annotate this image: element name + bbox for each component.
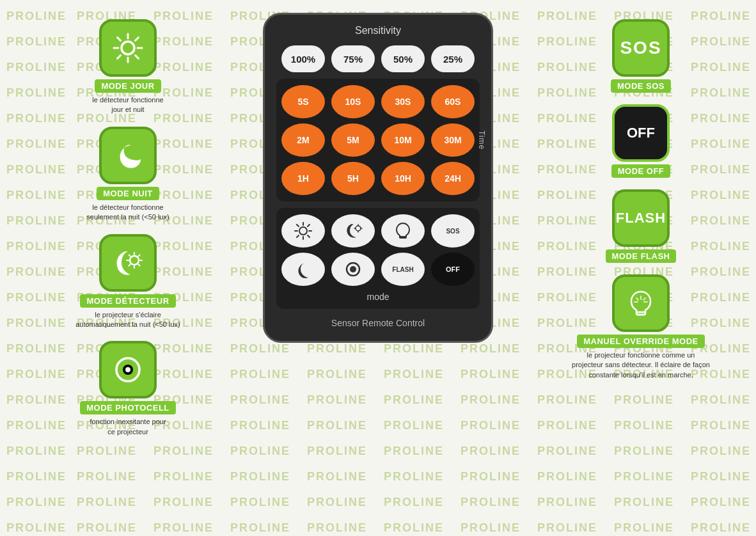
svg-line-15 bbox=[138, 264, 139, 265]
mode-jour-label: MODE JOUR bbox=[95, 79, 161, 93]
mode-nuit-item: MODE NUIT le détecteur fonctionneseuleme… bbox=[51, 127, 205, 223]
mode-sos-label: MODE SOS bbox=[611, 79, 671, 93]
svg-point-28 bbox=[299, 227, 307, 235]
btn-25[interactable]: 25% bbox=[431, 45, 475, 72]
btn-mode-sos[interactable]: SOS bbox=[431, 214, 475, 248]
mode-jour-item: MODE JOUR le détecteur fonctionnejour et… bbox=[51, 19, 205, 115]
svg-line-7 bbox=[136, 38, 139, 41]
mode-row-2: FLASH OFF bbox=[281, 253, 475, 286]
btn-mode-moon[interactable] bbox=[281, 253, 325, 286]
remote-control: Sensitivity 100% 75% 50% 25% 5S 10S 30S … bbox=[263, 13, 493, 343]
svg-line-25 bbox=[643, 298, 645, 300]
manuel-override-icon bbox=[612, 274, 670, 332]
mode-photocell-item: MODE PHOTOCELL fonction inexsitante pour… bbox=[51, 341, 205, 437]
btn-10h[interactable]: 10H bbox=[381, 162, 425, 195]
time-row-1: 5S 10S 30S 60S bbox=[281, 85, 475, 118]
time-label: Time bbox=[477, 130, 486, 150]
time-section: 5S 10S 30S 60S 2M 5M 10M 30M 1H 5H 10H 2… bbox=[276, 79, 480, 201]
btn-mode-day[interactable] bbox=[281, 214, 325, 248]
mode-jour-desc: le détecteur fonctionnejour et nuit bbox=[92, 95, 163, 115]
flash-text: FLASH bbox=[616, 210, 666, 226]
btn-2m[interactable]: 2M bbox=[281, 123, 325, 157]
manuel-override-item: MANUEL OVERRIDE MODE le projecteur fonct… bbox=[564, 274, 718, 380]
btn-30m[interactable]: 30M bbox=[431, 123, 475, 157]
btn-10s[interactable]: 10S bbox=[331, 85, 375, 118]
mode-detecteur-label: MODE DÉTECTEUR bbox=[80, 294, 175, 308]
btn-5m[interactable]: 5M bbox=[331, 123, 375, 157]
mode-off-item: OFF MODE OFF bbox=[564, 104, 718, 178]
mode-photocell-icon bbox=[99, 341, 157, 398]
svg-point-20 bbox=[125, 367, 130, 372]
mode-section: SOS FLASH bbox=[276, 208, 480, 309]
time-row-3: 1H 5H 10H 24H bbox=[281, 162, 475, 195]
mode-photocell-desc: fonction inexsitante pource projecteur bbox=[90, 417, 166, 437]
svg-line-24 bbox=[636, 298, 638, 300]
btn-mode-bulb[interactable] bbox=[381, 214, 425, 248]
mode-detecteur-desc: le projecteur s'éclaireautomatiquement l… bbox=[75, 310, 180, 330]
off-text: OFF bbox=[627, 125, 655, 141]
svg-line-14 bbox=[129, 255, 130, 256]
mode-nuit-desc: le détecteur fonctionneseulement la nuit… bbox=[86, 203, 169, 223]
sos-text: SOS bbox=[620, 38, 661, 58]
svg-line-34 bbox=[308, 235, 310, 237]
mode-flash-icon: FLASH bbox=[612, 189, 670, 247]
mode-jour-icon bbox=[99, 19, 157, 77]
svg-line-6 bbox=[136, 56, 139, 59]
btn-mode-flash[interactable]: FLASH bbox=[381, 253, 425, 286]
btn-mode-off[interactable]: OFF bbox=[431, 253, 475, 286]
btn-5h[interactable]: 5H bbox=[331, 162, 375, 195]
svg-line-8 bbox=[118, 56, 121, 59]
mode-sos-item: SOS MODE SOS bbox=[564, 19, 718, 93]
btn-60s[interactable]: 60S bbox=[431, 85, 475, 118]
mode-nuit-icon bbox=[99, 127, 157, 184]
time-row-2: 2M 5M 10M 30M bbox=[281, 123, 475, 157]
svg-line-16 bbox=[138, 255, 139, 256]
btn-50[interactable]: 50% bbox=[381, 45, 425, 72]
manuel-override-desc: le projecteur fonctionne comme unproject… bbox=[572, 351, 710, 380]
mode-sos-icon: SOS bbox=[612, 19, 670, 77]
left-modes-column: MODE JOUR le détecteur fonctionnejour et… bbox=[51, 19, 205, 437]
btn-1h[interactable]: 1H bbox=[281, 162, 325, 195]
mode-flash-item: FLASH MODE FLASH bbox=[564, 189, 718, 263]
mode-off-label: MODE OFF bbox=[611, 164, 671, 178]
mode-photocell-label: MODE PHOTOCELL bbox=[80, 401, 176, 414]
mode-detecteur-item: MODE DÉTECTEUR le projecteur s'éclaireau… bbox=[51, 234, 205, 330]
btn-24h[interactable]: 24H bbox=[431, 162, 475, 195]
mode-detecteur-icon bbox=[99, 234, 157, 292]
right-modes-column: SOS MODE SOS OFF MODE OFF FLASH MODE FLA… bbox=[564, 19, 718, 380]
manuel-override-label: MANUEL OVERRIDE MODE bbox=[577, 335, 705, 348]
svg-point-0 bbox=[122, 42, 134, 54]
svg-line-17 bbox=[129, 264, 130, 265]
svg-point-9 bbox=[130, 256, 139, 265]
btn-30s[interactable]: 30S bbox=[381, 85, 425, 118]
sensitivity-row: 100% 75% 50% 25% bbox=[276, 45, 480, 72]
btn-5s[interactable]: 5S bbox=[281, 85, 325, 118]
remote-footer: Sensor Remote Control bbox=[276, 318, 480, 328]
svg-line-5 bbox=[118, 38, 121, 41]
btn-100[interactable]: 100% bbox=[281, 45, 325, 72]
mode-row-1: SOS bbox=[281, 214, 475, 248]
btn-mode-record[interactable] bbox=[331, 253, 375, 286]
mode-flash-label: MODE FLASH bbox=[606, 249, 677, 263]
svg-line-36 bbox=[297, 235, 299, 237]
btn-75[interactable]: 75% bbox=[331, 45, 375, 72]
mode-off-icon: OFF bbox=[612, 104, 670, 162]
svg-line-35 bbox=[308, 225, 310, 226]
svg-point-37 bbox=[356, 226, 361, 231]
mode-bottom-label: mode bbox=[366, 292, 389, 302]
svg-line-33 bbox=[297, 225, 299, 226]
sensitivity-label: Sensitivity bbox=[276, 25, 480, 36]
btn-10m[interactable]: 10M bbox=[381, 123, 425, 157]
btn-mode-moon-sun[interactable] bbox=[331, 214, 375, 248]
mode-nuit-label: MODE NUIT bbox=[97, 187, 159, 200]
svg-point-44 bbox=[350, 266, 356, 272]
